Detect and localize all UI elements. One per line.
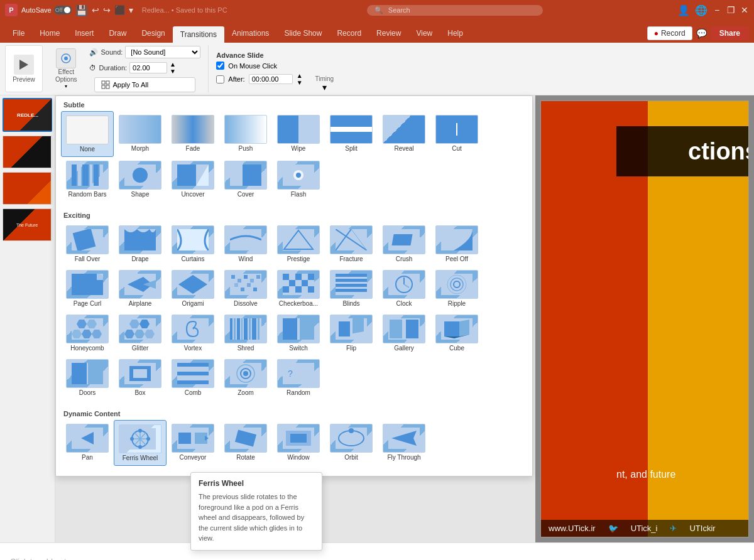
slide-thumb-1[interactable]: REDLE...	[3, 98, 52, 132]
transition-shred[interactable]: Shred	[219, 311, 272, 355]
autosave-switch[interactable]: Off	[54, 6, 72, 14]
transition-flythrough[interactable]: Fly Through	[378, 420, 430, 466]
tab-view[interactable]: View	[408, 25, 440, 43]
transition-fallover[interactable]: Fall Over	[61, 222, 114, 266]
customize-icon[interactable]: ▾	[129, 5, 133, 15]
transition-conveyor[interactable]: Conveyor	[167, 420, 219, 466]
share-button[interactable]: Share	[711, 26, 749, 40]
redo-icon[interactable]: ↪	[103, 5, 111, 15]
minimize-button[interactable]: −	[713, 6, 721, 14]
tab-insert[interactable]: Insert	[67, 25, 101, 43]
transition-cover[interactable]: Cover	[219, 157, 272, 202]
undo-icon[interactable]: ↩	[92, 5, 99, 15]
search-box[interactable]: 🔍 Search	[367, 5, 543, 16]
transition-window[interactable]: Window	[272, 420, 325, 466]
ribbon-tabs: File Home Insert Draw Design Transitions…	[0, 20, 754, 43]
transition-flip[interactable]: Flip	[325, 311, 378, 355]
transition-fade[interactable]: Fade	[167, 111, 219, 157]
transition-push[interactable]: Push	[219, 111, 272, 157]
transition-doors[interactable]: Doors	[61, 355, 114, 400]
transition-peeloff[interactable]: Peel Off	[430, 222, 483, 266]
autosave-toggle[interactable]: AutoSave Off	[21, 6, 72, 14]
transition-wipe[interactable]: Wipe	[272, 111, 325, 157]
transition-prestige[interactable]: Prestige	[272, 222, 325, 266]
transition-morph[interactable]: Morph	[114, 111, 167, 157]
after-checkbox[interactable]	[216, 75, 224, 83]
transition-clock[interactable]: Clock	[378, 266, 430, 311]
transition-cube[interactable]: Cube	[430, 311, 483, 355]
transition-dissolve[interactable]: Dissolve	[219, 266, 272, 311]
tab-design[interactable]: Design	[134, 25, 172, 43]
transition-switch[interactable]: Switch	[272, 311, 325, 355]
transition-randombars[interactable]: Random Bars	[61, 157, 114, 202]
duration-input[interactable]	[129, 62, 167, 73]
tab-review[interactable]: Review	[369, 25, 408, 43]
transition-honeycomb[interactable]: Honeycomb	[61, 311, 114, 355]
save-icon[interactable]: 💾	[75, 4, 88, 16]
notes-area[interactable]: Click to add notes	[0, 542, 754, 560]
transition-shape[interactable]: Shape	[114, 157, 167, 202]
transition-uncover[interactable]: Uncover	[167, 157, 219, 202]
after-up-icon[interactable]: ▲	[297, 72, 303, 79]
transition-origami[interactable]: Origami	[167, 266, 219, 311]
tab-record[interactable]: Record	[329, 25, 369, 43]
transition-wind[interactable]: Wind	[219, 222, 272, 266]
transition-pagecurl[interactable]: Page Curl	[61, 266, 114, 311]
tab-slideshow[interactable]: Slide Show	[276, 25, 329, 43]
transition-crush[interactable]: Crush	[378, 222, 430, 266]
transition-reveal[interactable]: Reveal	[378, 111, 430, 157]
transition-curtains[interactable]: Curtains	[167, 222, 219, 266]
transition-pan[interactable]: Pan	[61, 420, 114, 466]
transition-gallery[interactable]: Gallery	[378, 311, 430, 355]
effect-options-button[interactable]: EffectOptions ▾	[50, 45, 82, 92]
duration-spinner[interactable]: ▲ ▼	[170, 61, 176, 75]
transition-rotate[interactable]: Rotate	[219, 420, 272, 466]
timing-expand-icon[interactable]: ▾	[322, 82, 327, 92]
transition-checkerboard[interactable]: Checkerboa...	[272, 266, 325, 311]
transition-flash[interactable]: Flash	[272, 157, 325, 202]
transition-fracture[interactable]: Fracture	[325, 222, 378, 266]
transition-glitter[interactable]: Glitter	[114, 311, 167, 355]
slide-thumb-4[interactable]: The Future	[3, 208, 52, 241]
duration-down-icon[interactable]: ▼	[170, 68, 176, 75]
slide-thumb-3[interactable]	[3, 172, 52, 205]
transition-vortex[interactable]: Vortex	[167, 311, 219, 355]
sound-select[interactable]: [No Sound]	[125, 46, 200, 58]
transition-blinds[interactable]: Blinds	[325, 266, 378, 311]
close-button[interactable]: ✕	[740, 6, 749, 14]
svg-rect-36	[391, 234, 412, 245]
transition-none[interactable]: None	[61, 111, 114, 157]
tab-file[interactable]: File	[5, 25, 32, 43]
transition-box[interactable]: Box	[114, 355, 167, 400]
tab-animations[interactable]: Animations	[224, 25, 276, 43]
duration-up-icon[interactable]: ▲	[170, 61, 176, 68]
transition-comb[interactable]: Comb	[167, 355, 219, 400]
transition-airplane[interactable]: Airplane	[114, 266, 167, 311]
transition-orbit[interactable]: Orbit	[325, 420, 378, 466]
after-spinner[interactable]: ▲ ▼	[297, 72, 303, 86]
tab-draw[interactable]: Draw	[101, 25, 134, 43]
tab-home[interactable]: Home	[32, 25, 67, 43]
tab-transitions[interactable]: Transitions	[173, 26, 224, 43]
transition-cube-label: Cube	[449, 345, 464, 352]
after-input[interactable]	[249, 74, 293, 84]
transition-cut[interactable]: Cut	[430, 111, 483, 157]
apply-to-all-button[interactable]: Apply To All	[94, 77, 195, 92]
tab-help[interactable]: Help	[440, 25, 471, 43]
title-bar-left: P AutoSave Off 💾 ↩ ↪ ⬛ ▾ Redlea... • Sav…	[5, 4, 232, 16]
transition-drape[interactable]: Drape	[114, 222, 167, 266]
record-button[interactable]: ● Record	[647, 26, 692, 40]
restore-button[interactable]: ❐	[726, 6, 735, 14]
transition-split[interactable]: Split	[325, 111, 378, 157]
slide-thumb-2[interactable]	[3, 136, 52, 168]
comment-icon[interactable]: 💬	[696, 28, 707, 38]
on-mouse-click-checkbox[interactable]	[216, 62, 224, 70]
transition-ripple[interactable]: Ripple	[430, 266, 483, 311]
preview-button[interactable]: Preview	[5, 45, 43, 92]
after-down-icon[interactable]: ▼	[297, 79, 303, 86]
transition-random[interactable]: ? Random	[272, 355, 325, 400]
svg-rect-51	[253, 288, 257, 291]
transition-zoom[interactable]: Zoom	[219, 355, 272, 400]
present-icon[interactable]: ⬛	[114, 5, 125, 15]
transition-ferriswheel[interactable]: Ferris Wheel	[114, 420, 167, 466]
